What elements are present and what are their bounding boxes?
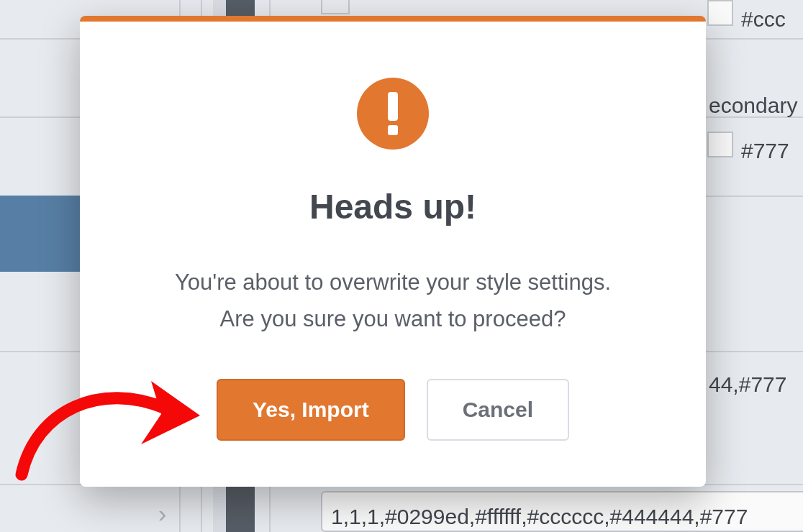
modal-body: You're about to overwrite your style set…	[123, 264, 663, 337]
svg-rect-0	[388, 92, 398, 121]
modal-body-line: You're about to overwrite your style set…	[175, 270, 611, 295]
cancel-button[interactable]: Cancel	[427, 379, 569, 441]
modal-body-line: Are you sure you want to proceed?	[220, 306, 566, 331]
modal-title: Heads up!	[123, 187, 663, 226]
exclamation-icon	[357, 78, 429, 150]
confirm-import-button[interactable]: Yes, Import	[217, 379, 405, 441]
modal-actions: Yes, Import Cancel	[123, 379, 663, 441]
confirm-import-dialog: Heads up! You're about to overwrite your…	[80, 16, 706, 487]
svg-rect-1	[388, 125, 398, 135]
